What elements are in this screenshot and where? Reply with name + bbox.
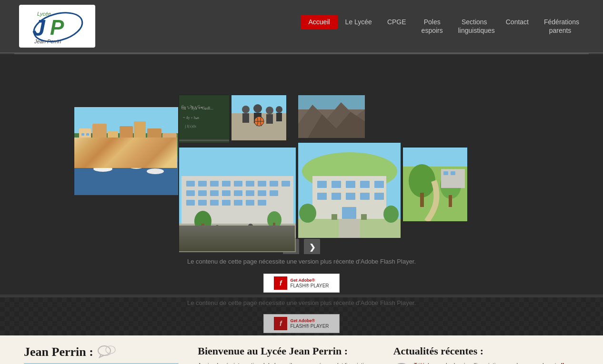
nav-item-sections[interactable]: Sectionslinguistiques <box>451 15 498 38</box>
svg-text:= 4y + h₄n: = 4y + h₄n <box>183 116 199 120</box>
svg-rect-100 <box>361 214 367 220</box>
flash-letter-2: f <box>280 320 282 327</box>
svg-rect-35 <box>266 114 273 124</box>
nav-item-poles[interactable]: Polesespoirs <box>414 15 451 38</box>
flash-download-btn-1[interactable]: f Get Adobe® FLASH® PLAYER <box>263 274 340 293</box>
svg-rect-53 <box>198 190 207 196</box>
actualites-column: Actualités récentes : Télécharger le dos… <box>393 345 579 364</box>
svg-rect-11 <box>134 121 146 150</box>
svg-point-103 <box>409 164 435 197</box>
svg-rect-10 <box>120 126 133 150</box>
svg-rect-61 <box>198 200 207 206</box>
svg-point-70 <box>267 211 281 228</box>
svg-point-110 <box>98 346 111 355</box>
svg-rect-9 <box>108 131 118 150</box>
svg-point-68 <box>194 211 211 232</box>
slide-rocks <box>298 95 364 138</box>
actualites-text-1: Télécharger le dossier d'inscription pou… <box>414 361 579 364</box>
svg-rect-74 <box>215 230 219 236</box>
svg-rect-104 <box>420 193 424 207</box>
main-nav: Accueil Le Lycée CPGE Polesespoirs Secti… <box>301 15 584 38</box>
nav-item-lycee[interactable]: Le Lycée <box>338 15 380 29</box>
slideshow-area: G₁ + 3y₃ + G₄dl... = 4y + h₄n ∫ f(x)dx <box>0 54 603 254</box>
svg-rect-45 <box>210 181 219 187</box>
svg-rect-62 <box>210 200 219 206</box>
svg-text:G₁ + 3y₃ + G₄dl...: G₁ + 3y₃ + G₄dl... <box>181 106 213 110</box>
svg-point-19 <box>129 164 143 169</box>
svg-rect-58 <box>258 190 266 196</box>
svg-rect-44 <box>198 181 207 187</box>
bienvenue-column: Bienvenue au Lycée Jean Perrin : Ancien … <box>188 345 393 364</box>
checker-band: Le contenu de cette page nécessite une v… <box>0 297 603 335</box>
svg-rect-64 <box>234 200 242 206</box>
svg-rect-65 <box>246 200 254 206</box>
flash-icon-2: f <box>274 317 287 330</box>
svg-rect-12 <box>147 128 161 150</box>
svg-rect-8 <box>92 124 107 150</box>
jean-perrin-title: Jean Perrin : <box>24 345 93 359</box>
nav-item-cpge[interactable]: CPGE <box>380 15 414 29</box>
svg-rect-48 <box>246 181 254 187</box>
svg-rect-85 <box>332 181 341 188</box>
svg-rect-37 <box>276 113 282 121</box>
slide-math: G₁ + 3y₃ + G₄dl... = 4y + h₄n ∫ f(x)dx <box>179 95 229 142</box>
flash-text-2: Get Adobe® FLASH® PLAYER <box>290 318 329 329</box>
svg-rect-94 <box>342 207 356 219</box>
flash-download-btn-2[interactable]: f Get Adobe® FLASH® PLAYER <box>263 314 340 333</box>
svg-point-32 <box>253 104 262 113</box>
svg-point-98 <box>383 206 399 223</box>
svg-rect-56 <box>234 190 242 196</box>
slide-campus <box>298 142 400 237</box>
svg-rect-59 <box>270 190 278 196</box>
svg-rect-49 <box>258 181 266 187</box>
svg-rect-60 <box>186 200 195 206</box>
flash-letter: f <box>280 279 282 287</box>
slides-wrapper: G₁ + 3y₃ + G₄dl... = 4y + h₄n ∫ f(x)dx <box>0 59 603 235</box>
svg-rect-108 <box>443 171 448 175</box>
svg-point-34 <box>266 107 273 114</box>
actualites-item-1: Télécharger le dossier d'inscription pou… <box>393 361 579 364</box>
svg-rect-89 <box>317 193 327 200</box>
svg-rect-72 <box>179 238 296 252</box>
flash-area-1: Le contenu de cette page nécessite une v… <box>0 254 603 295</box>
svg-rect-93 <box>374 193 384 200</box>
svg-rect-86 <box>346 181 355 188</box>
svg-rect-106 <box>449 195 452 207</box>
svg-rect-31 <box>242 113 249 123</box>
svg-rect-17 <box>74 157 178 162</box>
slide-park <box>402 147 467 221</box>
svg-rect-71 <box>273 223 275 230</box>
svg-rect-7 <box>79 128 91 150</box>
svg-rect-88 <box>374 181 384 188</box>
flash-notice-2: Le contenu de cette page nécessite une v… <box>183 297 420 310</box>
svg-rect-14 <box>81 133 84 136</box>
svg-rect-109 <box>451 171 455 175</box>
site-logo[interactable]: Lycée J P Jean Perrin <box>19 5 95 48</box>
nav-item-accueil[interactable]: Accueil <box>301 15 337 29</box>
svg-rect-47 <box>234 181 242 187</box>
svg-rect-13 <box>162 133 177 150</box>
svg-rect-41 <box>179 148 296 176</box>
flash-text-1: Get Adobe® FLASH® PLAYER <box>290 277 329 289</box>
slide-harbor <box>74 107 178 195</box>
svg-rect-66 <box>258 200 266 206</box>
nav-item-contact[interactable]: Contact <box>498 15 536 29</box>
svg-rect-63 <box>222 200 231 206</box>
svg-point-20 <box>147 168 164 174</box>
svg-rect-90 <box>332 193 341 200</box>
svg-text:P: P <box>50 16 64 39</box>
svg-rect-52 <box>186 190 195 196</box>
nav-item-federations[interactable]: Fédérationsparents <box>536 15 584 38</box>
svg-rect-15 <box>86 133 89 136</box>
svg-rect-57 <box>246 190 254 196</box>
main-content: Jean Perrin : <box>0 335 603 364</box>
svg-rect-51 <box>281 181 290 187</box>
actualites-link-telecharger[interactable]: Télécharger <box>414 362 444 364</box>
svg-point-18 <box>93 166 112 172</box>
svg-rect-96 <box>339 219 360 238</box>
svg-rect-50 <box>270 181 278 187</box>
next-button[interactable]: ❯ <box>304 239 320 254</box>
svg-point-73 <box>215 225 220 230</box>
svg-rect-69 <box>201 224 204 233</box>
svg-text:Jean Perrin: Jean Perrin <box>34 39 61 44</box>
